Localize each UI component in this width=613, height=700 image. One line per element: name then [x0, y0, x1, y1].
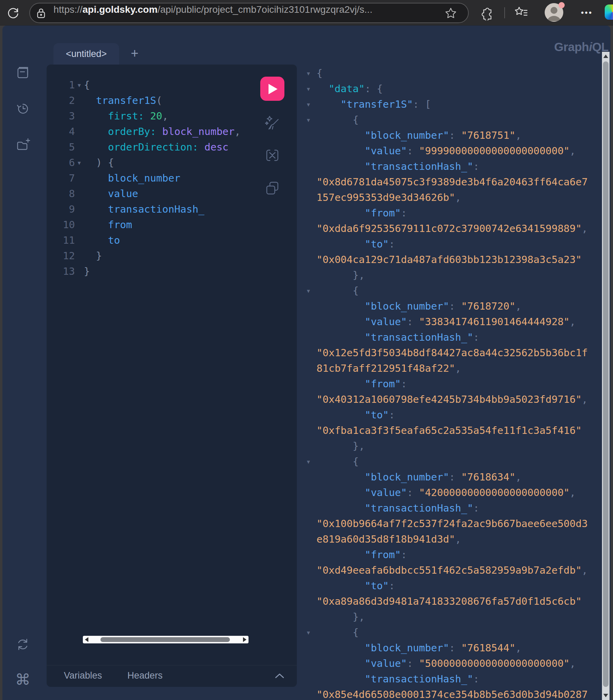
reload-button[interactable] [6, 6, 20, 20]
scrollbar-thumb[interactable] [603, 61, 609, 687]
code-text: { [84, 77, 90, 93]
response-line: ▾"transfer1S": [ [305, 97, 600, 112]
response-line: "block_number": "7618634", [305, 469, 600, 485]
url-path: /api/public/project_cmb7oicihiz3101rwgzq… [157, 4, 372, 15]
sidebar-refetch-schema-button[interactable] [15, 637, 30, 652]
graphiql-logo: GraphiQL [554, 40, 609, 54]
scroll-up-arrow-icon[interactable] [603, 55, 608, 58]
code-text: "transactionHash_": [317, 330, 479, 345]
fold-arrow-icon[interactable]: ▾ [305, 66, 317, 81]
fold-gutter [75, 186, 84, 202]
fold-gutter [305, 532, 317, 547]
sidebar-docs-button[interactable] [15, 65, 30, 80]
response-line: "0xfba1ca3f3f5eafa65c2a535a54fe11f1c3a5f… [305, 423, 600, 438]
response-line: "block_number": "7618544", [305, 640, 600, 656]
scroll-left-arrow-icon[interactable] [85, 637, 88, 642]
response-line: }, [305, 609, 600, 625]
fold-gutter [305, 252, 317, 268]
code-text: "0x12e5fd3f5034b8df84427ac8a44c32562b5b3… [317, 345, 588, 361]
code-text: } [84, 264, 90, 279]
response-line: "value": "50000000000000000000000", [305, 656, 600, 671]
fold-gutter [305, 640, 317, 656]
line-number: 7 [47, 171, 75, 186]
response-line: "transactionHash_": [305, 159, 600, 174]
fold-gutter [305, 407, 317, 423]
code-text: }, [317, 438, 365, 454]
code-text: first: 20, [84, 108, 168, 124]
sidebar-add-collection-button[interactable] [15, 137, 30, 152]
scroll-down-arrow-icon[interactable] [603, 694, 608, 697]
code-text: orderBy: block_number, [84, 124, 241, 139]
code-text: "to": [317, 578, 395, 594]
code-text: value [84, 186, 138, 202]
fold-gutter [305, 205, 317, 221]
response-line: "0x40312a1060798efe4245b734b4bb9a5023fd9… [305, 392, 600, 407]
code-text: "value": "33834174611901464444928", [317, 314, 576, 330]
merge-fragments-icon[interactable] [264, 147, 280, 163]
editor-code-line: 9 transactionHash_ [47, 202, 297, 217]
execute-query-button[interactable] [260, 77, 284, 101]
graphiql-app: ⌘ <untitled> + GraphiQL 1▾{2 transfer1S(… [2, 26, 611, 700]
collapse-chevron-icon[interactable] [274, 672, 285, 680]
fold-arrow-icon[interactable]: ▾ [305, 454, 317, 469]
headers-tab[interactable]: Headers [127, 665, 163, 687]
fold-arrow-icon[interactable]: ▾ [75, 77, 84, 93]
code-text: transactionHash_ [84, 202, 204, 217]
sidebar-keyboard-shortcuts-button[interactable]: ⌘ [15, 672, 30, 687]
scroll-right-arrow-icon[interactable] [243, 637, 246, 642]
editor-code-line: 5 orderDirection: desc [47, 139, 297, 155]
copy-query-icon[interactable] [264, 180, 280, 196]
prettify-icon[interactable] [264, 115, 280, 131]
query-editor[interactable]: 1▾{2 transfer1S(3 first: 20,4 orderBy: b… [47, 77, 297, 279]
bookmark-star-icon[interactable] [445, 7, 457, 19]
browser-toolbar: https://api.goldsky.com/api/public/proje… [0, 0, 613, 26]
line-number: 2 [47, 93, 75, 108]
code-text: "to": [317, 407, 395, 423]
fold-gutter [305, 671, 317, 687]
code-text: "to": [317, 236, 395, 252]
fold-arrow-icon[interactable]: ▾ [305, 283, 317, 299]
response-line: ▾"data": { [305, 81, 600, 97]
scrollbar-thumb[interactable] [100, 637, 230, 642]
response-line: ▾{ [305, 112, 600, 128]
fold-arrow-icon[interactable]: ▾ [305, 112, 317, 128]
response-line: ▾{ [305, 454, 600, 469]
favorites-icon[interactable] [514, 5, 529, 20]
line-number: 3 [47, 108, 75, 124]
fold-gutter [75, 139, 84, 155]
fold-arrow-icon[interactable]: ▾ [305, 625, 317, 640]
copilot-icon[interactable] [605, 4, 613, 20]
response-line: "0x004ca129c71da487afd603bb123b12398a3c5… [305, 252, 600, 268]
code-text: "0xa89a86d3d9481a741833208676fa57d0f1d5c… [317, 594, 582, 609]
fold-arrow-icon[interactable]: ▾ [75, 155, 84, 171]
editor-code-line: 2 transfer1S( [47, 93, 297, 108]
code-text: "from": [317, 205, 407, 221]
line-number: 13 [47, 264, 75, 279]
fold-gutter [75, 217, 84, 233]
fold-arrow-icon[interactable]: ▾ [305, 97, 317, 112]
code-text: to [84, 233, 120, 248]
editor-horizontal-scrollbar[interactable] [83, 636, 249, 643]
new-tab-button[interactable]: + [127, 43, 143, 65]
variables-tab[interactable]: Variables [64, 665, 102, 687]
fold-gutter [305, 438, 317, 454]
response-line: "block_number": "7618720", [305, 299, 600, 314]
line-number: 11 [47, 233, 75, 248]
code-text: { [317, 454, 359, 469]
fold-arrow-icon[interactable]: ▾ [305, 81, 317, 97]
code-text: transfer1S( [84, 93, 162, 108]
lock-icon[interactable] [36, 8, 46, 19]
query-tab[interactable]: <untitled> [53, 43, 119, 65]
response-vertical-scrollbar[interactable] [602, 52, 610, 700]
sidebar-history-button[interactable] [15, 101, 30, 116]
code-text: from [84, 217, 132, 233]
fold-gutter [305, 174, 317, 190]
browser-menu-icon[interactable]: ••• [578, 5, 595, 20]
url-text[interactable]: https://api.goldsky.com/api/public/proje… [53, 0, 372, 20]
response-line: 157ec995353d9e3d34626b", [305, 190, 600, 205]
code-text: "0x85e4d66508e0001374ce354b8b5e63d0b3d94… [317, 687, 588, 700]
response-line: }, [305, 438, 600, 454]
code-text: orderDirection: desc [84, 139, 228, 155]
response-line: "to": [305, 578, 600, 594]
extensions-icon[interactable] [480, 5, 495, 20]
